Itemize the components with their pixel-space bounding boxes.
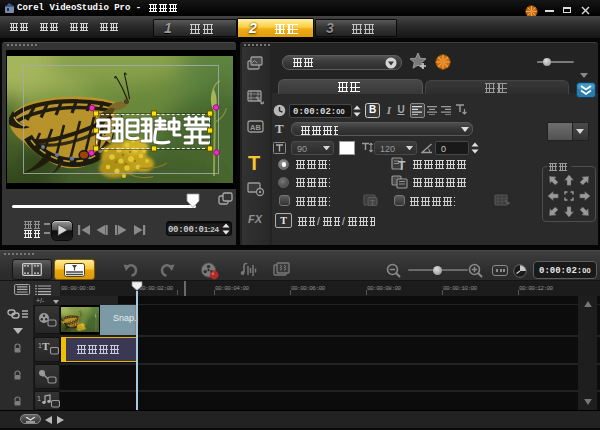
svg-text:T: T (248, 152, 260, 174)
svg-text:FX: FX (248, 213, 263, 225)
svg-text:T: T (398, 159, 406, 171)
svg-text:T: T (370, 197, 375, 206)
svg-text:AB: AB (250, 123, 261, 132)
